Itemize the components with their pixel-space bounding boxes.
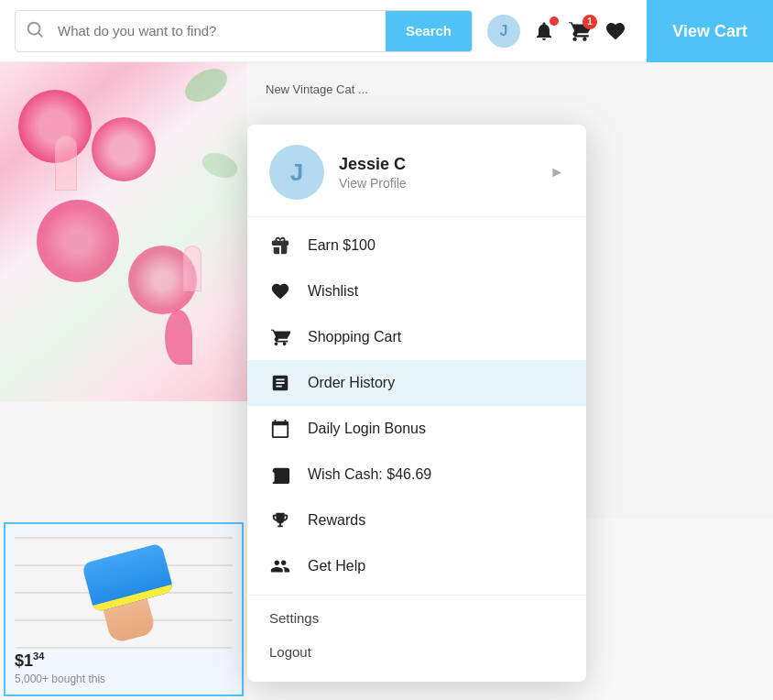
search-icon <box>16 19 54 43</box>
menu-divider <box>247 595 586 596</box>
wishlist-label: Wishlist <box>308 283 358 300</box>
daily-login-label: Daily Login Bonus <box>308 421 426 437</box>
header: Search J 1 View Cart <box>0 0 773 62</box>
header-icons: J 1 <box>487 15 626 48</box>
product-label: New Vintage Cat ... <box>266 82 368 96</box>
heart-icon <box>269 280 291 302</box>
search-container: Search <box>15 10 473 52</box>
notification-dot <box>550 16 559 26</box>
menu-item-logout[interactable]: Logout <box>247 635 586 669</box>
wish-cash-label: Wish Cash: $46.69 <box>308 466 431 483</box>
menu-items-list: Earn $100 Wishlist Shopping Cart <box>247 217 586 674</box>
gift-icon <box>269 235 291 257</box>
svg-point-0 <box>28 22 40 34</box>
menu-item-wish-cash[interactable]: Wish Cash: $46.69 <box>247 452 586 498</box>
product-price: $134 <box>15 651 233 671</box>
menu-item-settings[interactable]: Settings <box>247 601 586 635</box>
orders-icon <box>269 372 291 394</box>
product-bought-count: 5,000+ bought this <box>15 673 233 685</box>
menu-item-daily-login[interactable]: Daily Login Bonus <box>247 406 586 452</box>
menu-item-shopping-cart[interactable]: Shopping Cart <box>247 314 586 360</box>
calendar-icon <box>269 418 291 440</box>
notifications-button[interactable] <box>533 20 555 42</box>
search-input[interactable] <box>54 16 386 46</box>
shopping-cart-icon <box>269 326 291 348</box>
profile-section[interactable]: J Jessie C View Profile ► <box>247 125 586 217</box>
cart-button[interactable]: 1 <box>568 19 592 43</box>
menu-item-get-help[interactable]: Get Help <box>247 543 586 589</box>
order-history-label: Order History <box>308 375 395 391</box>
wallet-icon <box>269 464 291 486</box>
profile-arrow-icon: ► <box>550 164 564 180</box>
view-cart-button[interactable]: View Cart <box>647 0 773 62</box>
profile-info: Jessie C View Profile <box>339 155 535 191</box>
menu-item-rewards[interactable]: Rewards <box>247 498 586 543</box>
svg-line-1 <box>38 33 42 37</box>
wishlist-header-button[interactable] <box>604 20 626 42</box>
get-help-label: Get Help <box>308 558 365 574</box>
profile-avatar: J <box>269 145 324 200</box>
user-dropdown-menu: J Jessie C View Profile ► Earn $100 W <box>247 125 586 682</box>
menu-item-earn[interactable]: Earn $100 <box>247 223 586 268</box>
cart-badge: 1 <box>582 15 597 29</box>
profile-name: Jessie C <box>339 155 535 174</box>
main-content: New Vintage Cat ... <box>0 62 773 700</box>
rewards-label: Rewards <box>308 512 365 529</box>
menu-item-order-history[interactable]: Order History <box>247 360 586 406</box>
people-icon <box>269 555 291 577</box>
product-sponge[interactable]: $134 5,000+ bought this <box>4 522 244 696</box>
earn-label: Earn $100 <box>308 237 376 254</box>
avatar[interactable]: J <box>487 15 520 48</box>
shopping-cart-label: Shopping Cart <box>308 329 401 345</box>
trophy-icon <box>269 509 291 531</box>
view-profile-label: View Profile <box>339 176 535 191</box>
menu-item-wishlist[interactable]: Wishlist <box>247 268 586 314</box>
search-button[interactable]: Search <box>386 11 472 51</box>
product-image-flowers[interactable] <box>0 62 247 401</box>
